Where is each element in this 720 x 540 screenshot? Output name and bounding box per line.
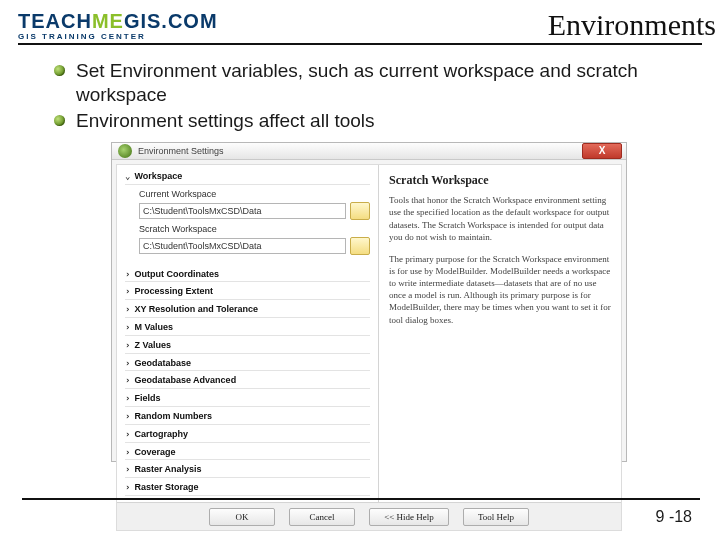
- section-raster-storage[interactable]: ›Raster Storage: [125, 480, 370, 496]
- page-title: Environments: [548, 8, 716, 41]
- section-workspace[interactable]: ⌄Workspace Current Workspace Scratch Wor…: [125, 171, 370, 262]
- chevron-down-icon: ⌄: [125, 172, 130, 181]
- dialog-window: Environment Settings X ⌄Workspace Curren…: [111, 142, 627, 462]
- dialog-button-bar: OK Cancel << Hide Help Tool Help: [117, 502, 621, 530]
- chevron-right-icon: ›: [125, 448, 130, 457]
- logo: TEACHMEGIS.COM GIS TRAINING CENTER: [18, 11, 218, 41]
- help-text: Tools that honor the Scratch Workspace e…: [389, 194, 611, 243]
- chevron-right-icon: ›: [125, 287, 130, 296]
- chevron-right-icon: ›: [125, 270, 130, 279]
- section-random-numbers[interactable]: ›Random Numbers: [125, 409, 370, 425]
- section-output-coordinates[interactable]: ›Output Coordinates: [125, 267, 370, 283]
- section-raster-analysis[interactable]: ›Raster Analysis: [125, 462, 370, 478]
- chevron-right-icon: ›: [125, 394, 130, 403]
- section-processing-extent[interactable]: ›Processing Extent: [125, 284, 370, 300]
- scratch-workspace-input[interactable]: [139, 238, 346, 254]
- bullet-item: Environment settings affect all tools: [54, 109, 702, 133]
- ok-button[interactable]: OK: [209, 508, 275, 526]
- scratch-workspace-label: Scratch Workspace: [139, 224, 370, 235]
- help-pane: Scratch Workspace Tools that honor the S…: [379, 165, 621, 502]
- chevron-right-icon: ›: [125, 323, 130, 332]
- tool-help-button[interactable]: Tool Help: [463, 508, 529, 526]
- current-workspace-label: Current Workspace: [139, 189, 370, 200]
- section-cartography[interactable]: ›Cartography: [125, 427, 370, 443]
- dialog-title: Environment Settings: [138, 146, 224, 157]
- chevron-right-icon: ›: [125, 376, 130, 385]
- chevron-right-icon: ›: [125, 465, 130, 474]
- logo-wordmark: TEACHMEGIS.COM: [18, 11, 218, 31]
- hide-help-button[interactable]: << Hide Help: [369, 508, 449, 526]
- current-workspace-input[interactable]: [139, 203, 346, 219]
- page-number: 9 -18: [656, 508, 692, 526]
- chevron-right-icon: ›: [125, 412, 130, 421]
- section-fields[interactable]: ›Fields: [125, 391, 370, 407]
- section-m-values[interactable]: ›M Values: [125, 320, 370, 336]
- titlebar: Environment Settings X: [112, 143, 626, 160]
- help-heading: Scratch Workspace: [389, 173, 611, 188]
- browse-button[interactable]: [350, 237, 370, 255]
- chevron-right-icon: ›: [125, 483, 130, 492]
- app-icon: [118, 144, 132, 158]
- chevron-right-icon: ›: [125, 305, 130, 314]
- close-button[interactable]: X: [582, 143, 622, 159]
- browse-button[interactable]: [350, 202, 370, 220]
- section-geodatabase[interactable]: ›Geodatabase: [125, 356, 370, 372]
- section-coverage[interactable]: ›Coverage: [125, 445, 370, 461]
- logo-subtitle: GIS TRAINING CENTER: [18, 33, 218, 41]
- section-geodatabase-advanced[interactable]: ›Geodatabase Advanced: [125, 373, 370, 389]
- chevron-right-icon: ›: [125, 359, 130, 368]
- footer-rule: [22, 498, 700, 500]
- chevron-right-icon: ›: [125, 341, 130, 350]
- bullet-item: Set Environment variables, such as curre…: [54, 59, 702, 107]
- bullet-list: Set Environment variables, such as curre…: [54, 59, 702, 132]
- chevron-right-icon: ›: [125, 430, 130, 439]
- section-xy-resolution[interactable]: ›XY Resolution and Tolerance: [125, 302, 370, 318]
- settings-tree: ⌄Workspace Current Workspace Scratch Wor…: [117, 165, 379, 502]
- section-z-values[interactable]: ›Z Values: [125, 338, 370, 354]
- cancel-button[interactable]: Cancel: [289, 508, 355, 526]
- help-text: The primary purpose for the Scratch Work…: [389, 253, 611, 326]
